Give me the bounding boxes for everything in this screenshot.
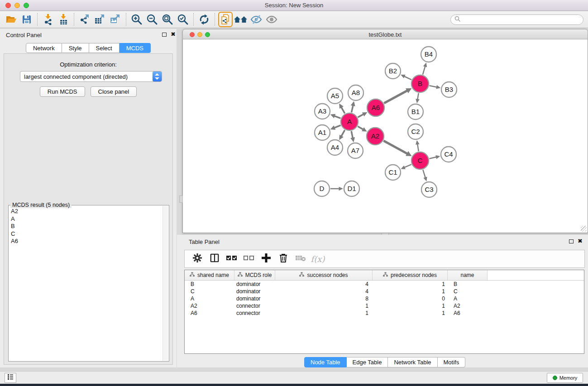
table-cell[interactable]: 1 [275, 302, 373, 310]
table-cell[interactable]: connector [234, 310, 275, 317]
import-table-button[interactable] [56, 12, 71, 27]
column-header-successor-nodes[interactable]: successor nodes [275, 270, 373, 280]
table-row[interactable]: Adominator80A [185, 295, 584, 302]
zoom-fit-button[interactable] [160, 12, 175, 27]
zoom-out-button[interactable] [144, 12, 160, 27]
refresh-button[interactable] [196, 12, 212, 27]
edge-A2-C[interactable] [383, 141, 408, 154]
tab-network-table[interactable]: Network Table [388, 357, 437, 367]
run-mcds-button[interactable]: Run MCDS [40, 86, 85, 97]
edge-C-C2[interactable] [417, 143, 419, 151]
table-cell[interactable]: 0 [373, 295, 448, 302]
result-item[interactable]: A [11, 215, 161, 223]
edge-A-A3[interactable] [334, 116, 341, 119]
result-scrollbar[interactable] [163, 206, 168, 361]
table-cell[interactable]: dominator [234, 281, 275, 288]
result-item[interactable]: A6 [11, 238, 161, 245]
export-image-button[interactable] [108, 12, 123, 27]
table-cell[interactable]: B [185, 281, 234, 288]
column-header-mcds-role[interactable]: MCDS role [234, 270, 275, 280]
deselect-all-button[interactable] [242, 252, 256, 266]
mcds-result-list[interactable]: A2ABCA6 [9, 206, 163, 361]
table-cell[interactable]: 4 [275, 281, 373, 288]
save-session-button[interactable] [19, 12, 34, 27]
table-cell[interactable]: 1 [275, 310, 373, 317]
delete-column-button[interactable] [276, 252, 291, 266]
clone-network-button[interactable] [218, 12, 233, 27]
edge-A6-B[interactable] [384, 91, 408, 103]
network-canvas[interactable]: B4B2BB3A8A5A6A3B1AC2A1A2A4A7C4CC1C3DD1 [182, 39, 588, 233]
tab-network[interactable]: Network [26, 43, 62, 53]
edge-C-C4[interactable] [429, 157, 437, 159]
search-input[interactable] [461, 17, 574, 23]
export-network-button[interactable] [77, 12, 92, 27]
table-row[interactable]: Bdominator41B [185, 281, 584, 288]
edge-A-A4[interactable] [341, 130, 344, 137]
zoom-in-button[interactable] [129, 12, 144, 27]
close-panel-icon[interactable]: ✖ [171, 31, 176, 38]
table-row[interactable]: A2connector11A2 [185, 302, 584, 310]
tab-edge-table[interactable]: Edge Table [347, 357, 388, 367]
table-row[interactable]: A6connector11A6 [185, 310, 584, 317]
tab-node-table[interactable]: Node Table [304, 357, 347, 367]
tab-mcds[interactable]: MCDS [120, 43, 151, 53]
network-window-titlebar[interactable]: testGlobe.txt [182, 29, 588, 39]
column-header-shared-name[interactable]: shared name [185, 270, 234, 280]
function-builder-button[interactable]: f(x) [311, 252, 325, 266]
table-cell[interactable]: A2 [448, 302, 488, 310]
float-panel-icon[interactable] [162, 33, 167, 37]
select-all-button[interactable] [225, 252, 239, 266]
edge-A-A5[interactable] [341, 107, 344, 114]
edge-A-A1[interactable] [334, 125, 340, 128]
resize-grip-icon[interactable] [581, 226, 587, 232]
edge-B-B2[interactable] [404, 76, 411, 80]
home-button[interactable] [233, 12, 249, 27]
table-cell[interactable]: A2 [185, 302, 234, 310]
table-cell[interactable]: A6 [185, 310, 234, 317]
column-header-predecessor-nodes[interactable]: predecessor nodes [373, 270, 448, 280]
tab-motifs[interactable]: Motifs [438, 357, 466, 367]
tab-select[interactable]: Select [89, 43, 120, 53]
table-cell[interactable]: 4 [275, 288, 373, 295]
table-settings-button[interactable] [190, 252, 205, 266]
table-cell[interactable]: dominator [234, 288, 275, 295]
table-cell[interactable]: 1 [373, 302, 448, 310]
tab-style[interactable]: Style [62, 43, 89, 53]
zoom-selected-button[interactable] [175, 12, 191, 27]
result-item[interactable]: B [11, 223, 161, 230]
edge-B-B3[interactable] [430, 86, 437, 87]
table-cell[interactable]: 1 [373, 288, 448, 295]
search-field[interactable] [450, 14, 583, 25]
table-cell[interactable]: dominator [234, 295, 275, 302]
table-row[interactable]: Cdominator41C [185, 288, 584, 295]
delete-table-button[interactable] [293, 252, 308, 266]
criterion-dropdown[interactable]: largest connected component (directed) [20, 71, 162, 82]
edge-C-C3[interactable] [423, 170, 425, 178]
edge-C-C1[interactable] [404, 164, 411, 167]
table-cell[interactable]: B [448, 281, 488, 288]
table-cell[interactable]: A [185, 295, 234, 302]
table-cell[interactable]: 1 [373, 310, 448, 317]
export-table-button[interactable] [92, 12, 108, 27]
edge-A-A2[interactable] [358, 126, 363, 129]
edge-A-A7[interactable] [351, 131, 353, 139]
close-panel-button[interactable]: Close panel [91, 86, 137, 97]
table-cell[interactable]: A6 [448, 310, 488, 317]
table-cell[interactable]: C [448, 288, 488, 295]
task-history-button[interactable] [5, 373, 16, 383]
edge-B-B1[interactable] [417, 93, 418, 100]
edge-B-B4[interactable] [423, 66, 425, 75]
table-cell[interactable]: connector [234, 302, 275, 310]
close-panel-icon[interactable]: ✖ [578, 238, 583, 244]
memory-button[interactable]: Memory [547, 373, 583, 383]
table-cell[interactable]: A [448, 295, 488, 302]
edge-A-A8[interactable] [351, 105, 353, 113]
column-header-name[interactable]: name [448, 270, 488, 280]
import-network-button[interactable] [40, 12, 56, 27]
result-item[interactable]: C [11, 230, 161, 238]
table-cell[interactable]: 1 [373, 281, 448, 288]
show-view-button[interactable] [264, 12, 279, 27]
open-session-button[interactable] [4, 12, 19, 27]
table-cell[interactable]: C [185, 288, 234, 295]
show-column-panel-button[interactable] [207, 252, 222, 266]
